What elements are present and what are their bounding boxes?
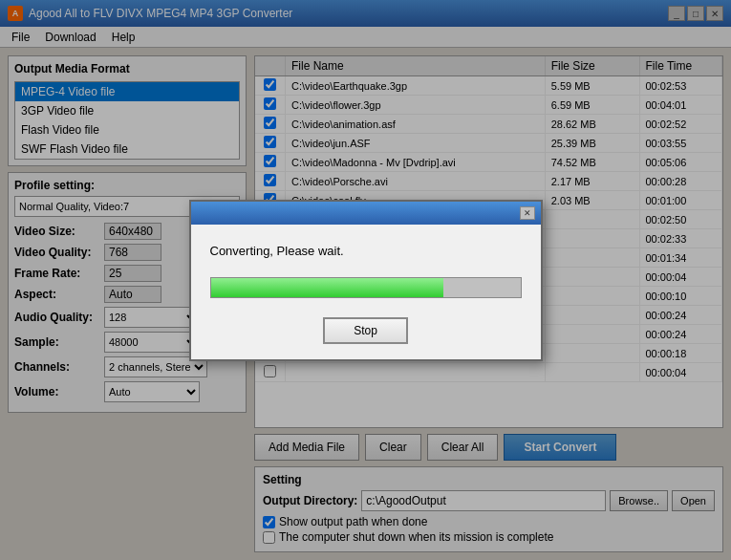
converting-modal: ✕ Converting, Please wait. Stop xyxy=(189,200,543,361)
modal-title-bar: ✕ xyxy=(191,202,541,225)
converting-text: Converting, Please wait. xyxy=(210,244,522,258)
progress-bar-fill xyxy=(211,278,443,297)
modal-body: Converting, Please wait. Stop xyxy=(191,225,541,359)
modal-overlay: ✕ Converting, Please wait. Stop xyxy=(0,0,731,560)
modal-close-button[interactable]: ✕ xyxy=(520,206,535,220)
stop-button[interactable]: Stop xyxy=(323,317,408,344)
progress-bar-container xyxy=(210,277,522,298)
modal-buttons: Stop xyxy=(210,317,522,344)
